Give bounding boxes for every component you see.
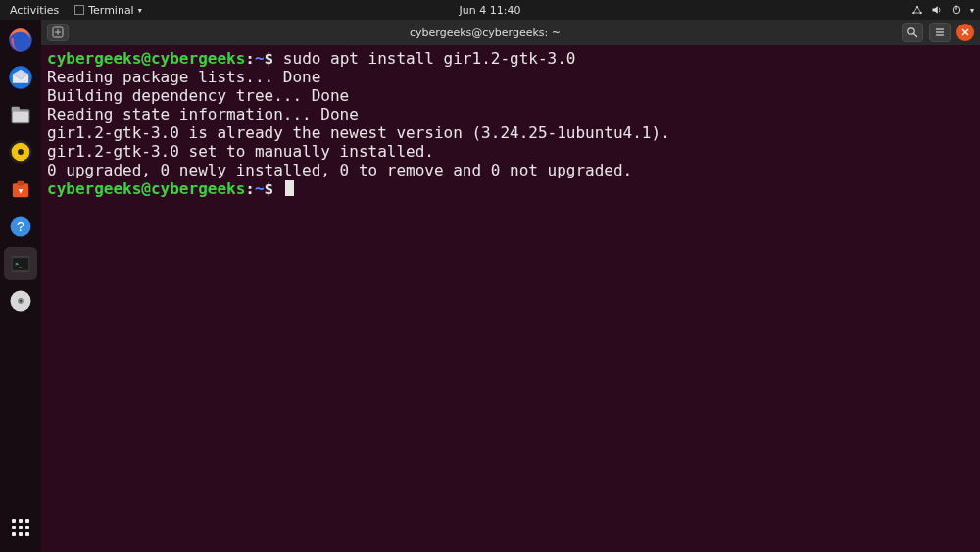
svg-rect-14 bbox=[18, 181, 24, 186]
terminal-menu-icon bbox=[74, 5, 84, 15]
app-menu-label: Terminal bbox=[88, 4, 134, 17]
dock: ? >_ bbox=[0, 20, 41, 552]
help-icon[interactable]: ? bbox=[4, 210, 37, 243]
output-line: gir1.2-gtk-3.0 is already the newest ver… bbox=[47, 124, 670, 142]
prompt-sep: : bbox=[245, 49, 255, 68]
gnome-top-panel: Activities Terminal ▾ Jun 4 11:40 ▾ bbox=[0, 0, 980, 20]
output-line: Building dependency tree... Done bbox=[47, 86, 349, 105]
disc-icon[interactable] bbox=[4, 284, 37, 318]
network-icon bbox=[911, 4, 923, 16]
window-title: cybergeeks@cybergeeks: ~ bbox=[74, 26, 896, 39]
chevron-down-icon: ▾ bbox=[970, 6, 974, 15]
thunderbird-icon[interactable] bbox=[4, 61, 37, 94]
svg-line-27 bbox=[914, 34, 918, 38]
hamburger-icon bbox=[934, 26, 946, 38]
volume-icon bbox=[931, 4, 943, 16]
new-tab-button[interactable] bbox=[47, 24, 69, 41]
search-icon bbox=[906, 26, 918, 38]
svg-point-26 bbox=[908, 28, 914, 34]
prompt-path: ~ bbox=[255, 179, 265, 198]
rhythmbox-icon[interactable] bbox=[4, 135, 37, 169]
files-icon[interactable] bbox=[4, 98, 37, 131]
prompt-user: cybergeeks@cybergeeks bbox=[47, 49, 245, 68]
output-line: Reading state information... Done bbox=[47, 105, 359, 124]
prompt-user: cybergeeks@cybergeeks bbox=[47, 179, 245, 198]
activities-button[interactable]: Activities bbox=[6, 4, 63, 17]
svg-point-12 bbox=[18, 149, 24, 155]
clock[interactable]: Jun 4 11:40 bbox=[460, 4, 521, 17]
software-icon[interactable] bbox=[4, 173, 37, 206]
system-status-area[interactable]: ▾ bbox=[911, 4, 974, 16]
prompt-sep: : bbox=[245, 179, 255, 198]
power-icon bbox=[951, 4, 962, 16]
svg-rect-8 bbox=[12, 107, 20, 112]
plus-icon bbox=[52, 26, 64, 38]
apps-grid-icon bbox=[12, 519, 29, 536]
prompt-end: $ bbox=[265, 179, 274, 198]
hamburger-menu-button[interactable] bbox=[929, 23, 951, 42]
close-icon bbox=[960, 27, 970, 37]
app-menu-button[interactable]: Terminal ▾ bbox=[74, 4, 142, 17]
show-applications-button[interactable] bbox=[4, 511, 37, 544]
output-line: gir1.2-gtk-3.0 set to manually installed… bbox=[47, 142, 434, 161]
terminal-body[interactable]: cybergeeks@cybergeeks:~$ sudo apt instal… bbox=[41, 45, 980, 552]
search-button[interactable] bbox=[902, 23, 923, 42]
close-button[interactable] bbox=[956, 24, 974, 41]
output-line: Reading package lists... Done bbox=[47, 68, 320, 86]
output-line: 0 upgraded, 0 newly installed, 0 to remo… bbox=[47, 161, 632, 179]
terminal-window: cybergeeks@cybergeeks: ~ cybergeeks@cybe… bbox=[41, 20, 980, 552]
prompt-end: $ bbox=[265, 49, 274, 68]
cursor bbox=[285, 180, 294, 196]
svg-rect-9 bbox=[13, 112, 28, 123]
terminal-icon[interactable]: >_ bbox=[4, 247, 37, 280]
svg-text:>_: >_ bbox=[15, 261, 23, 268]
firefox-icon[interactable] bbox=[4, 24, 37, 57]
command-text: sudo apt install gir1.2-gtk-3.0 bbox=[283, 49, 576, 68]
chevron-down-icon: ▾ bbox=[138, 6, 142, 15]
prompt-path: ~ bbox=[255, 49, 265, 68]
svg-point-22 bbox=[20, 300, 22, 302]
svg-text:?: ? bbox=[17, 219, 24, 234]
terminal-headerbar: cybergeeks@cybergeeks: ~ bbox=[41, 20, 980, 45]
